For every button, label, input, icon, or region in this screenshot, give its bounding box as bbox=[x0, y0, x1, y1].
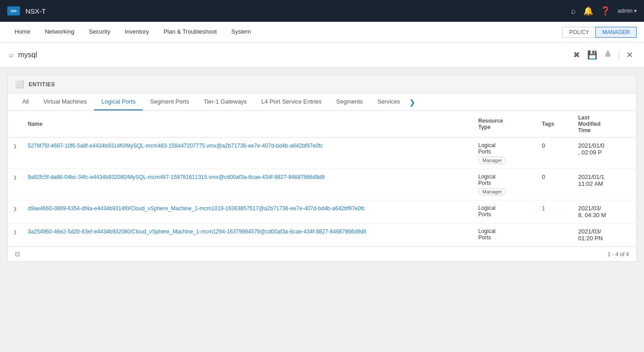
top-bar-left: vm NSX-T bbox=[7, 6, 46, 15]
row1-modified: 2021/01/0, 02:09 P bbox=[573, 138, 636, 169]
row4-expand-btn[interactable]: ❯ bbox=[13, 229, 17, 234]
col-expand-header bbox=[8, 111, 22, 138]
layout-toggle-icon[interactable]: ⊡ bbox=[15, 251, 20, 258]
bell-icon[interactable]: 🔔 bbox=[583, 6, 593, 16]
row2-expand-btn[interactable]: ❯ bbox=[13, 175, 17, 180]
table-footer: ⊡ 1 - 4 of 4 bbox=[8, 247, 636, 261]
row2-name-link[interactable]: 9a92fc5f-da86-04bc-34fc-e4434b932080/MyS… bbox=[28, 174, 325, 180]
vm-logo: vm bbox=[7, 6, 20, 15]
row2-manager-badge: Manager bbox=[478, 188, 506, 195]
tab-services[interactable]: Services bbox=[370, 94, 407, 110]
tab-all[interactable]: All bbox=[15, 94, 36, 110]
row4-tags bbox=[536, 223, 573, 247]
close-search-button[interactable]: ✕ bbox=[624, 48, 635, 62]
col-modified-header: LastModifiedTime bbox=[573, 111, 636, 138]
table-row: ❯ 3a254960-46e2-5d20-83ef-e4434b932080/C… bbox=[8, 223, 636, 247]
results-table: Name ResourceType Tags LastModifiedTime … bbox=[8, 111, 636, 247]
row1-manager-badge: Manager bbox=[478, 157, 506, 164]
app-title: NSX-T bbox=[25, 7, 46, 15]
row1-tags: 0 bbox=[536, 138, 573, 169]
row1-expand-btn[interactable]: ❯ bbox=[13, 144, 17, 149]
tab-segments[interactable]: Segments bbox=[329, 94, 370, 110]
table-row: ❯ d9ae4660-0889-6354-df4a-e4434b9314f0/C… bbox=[8, 200, 636, 223]
tab-l4-port-service-entries[interactable]: L4 Port Service Entries bbox=[254, 94, 329, 110]
user-info[interactable]: admin ▾ bbox=[618, 8, 637, 14]
tab-tier1-gateways[interactable]: Tier-1 Gateways bbox=[196, 94, 254, 110]
row3-modified: 2021/03/8, 04:30 M bbox=[573, 200, 636, 223]
top-bar: vm NSX-T ⌕ 🔔 ❓ admin ▾ bbox=[0, 0, 644, 22]
save-search-button[interactable]: 💾 bbox=[585, 48, 599, 62]
row4-name-link[interactable]: 3a254960-46e2-5d20-83ef-e4434b932080/Clo… bbox=[28, 228, 366, 235]
filter-search-button[interactable]: ≙ bbox=[603, 48, 613, 62]
manager-mode-button[interactable]: MANAGER bbox=[595, 27, 637, 38]
row1-name-link[interactable]: 5278f75f-4687-10f6-5a8f-e4434b9314f0/MyS… bbox=[28, 143, 323, 149]
nav-bar: Home Networking Security Inventory Plan … bbox=[0, 22, 644, 43]
row3-expand-btn[interactable]: ❯ bbox=[13, 206, 17, 211]
nav-security[interactable]: Security bbox=[82, 22, 118, 42]
clear-search-button[interactable]: ✖ bbox=[571, 48, 582, 62]
results-table-wrap: Name ResourceType Tags LastModifiedTime … bbox=[8, 111, 636, 247]
search-actions: ✖ 💾 ≙ ✕ bbox=[571, 48, 635, 62]
entities-label: ENTITIES bbox=[29, 81, 55, 88]
search-bar-icon: ⌕ bbox=[9, 51, 14, 59]
main-content: ⬜ ENTITIES All Virtual Machines Logical … bbox=[7, 75, 637, 262]
row3-tags: 1 bbox=[536, 200, 573, 223]
row3-resource-type: LogicalPorts bbox=[478, 205, 531, 218]
top-bar-right: ⌕ 🔔 ❓ admin ▾ bbox=[571, 6, 637, 16]
col-name-header: Name bbox=[22, 111, 473, 138]
tab-more-icon[interactable]: ❯ bbox=[407, 94, 417, 110]
col-resource-header: ResourceType bbox=[473, 111, 536, 138]
col-tags-header: Tags bbox=[536, 111, 573, 138]
entities-cube-icon: ⬜ bbox=[15, 80, 24, 89]
nav-networking[interactable]: Networking bbox=[38, 22, 82, 42]
table-row: ❯ 5278f75f-4687-10f6-5a8f-e4434b9314f0/M… bbox=[8, 138, 636, 169]
row4-resource-type: LogicalPorts bbox=[478, 228, 531, 241]
tab-virtual-machines[interactable]: Virtual Machines bbox=[36, 94, 94, 110]
entities-header: ⬜ ENTITIES bbox=[8, 75, 636, 94]
help-icon[interactable]: ❓ bbox=[600, 6, 610, 16]
row3-name-link[interactable]: d9ae4660-0889-6354-df4a-e4434b9314f0/Clo… bbox=[28, 205, 365, 212]
search-bar: ⌕ ✖ 💾 ≙ ✕ bbox=[0, 43, 644, 68]
row1-resource-type: LogicalPorts bbox=[478, 142, 531, 155]
nav-system[interactable]: System bbox=[224, 22, 258, 42]
tab-logical-ports[interactable]: Logical Ports bbox=[94, 94, 143, 110]
row2-tags: 0 bbox=[536, 169, 573, 200]
nav-home[interactable]: Home bbox=[7, 22, 38, 42]
search-input[interactable] bbox=[18, 51, 567, 59]
search-icon[interactable]: ⌕ bbox=[571, 6, 576, 16]
policy-mode-button[interactable]: POLICY bbox=[562, 27, 595, 38]
table-row: ❯ 9a92fc5f-da86-04bc-34fc-e4434b932080/M… bbox=[8, 169, 636, 200]
row2-resource-type: LogicalPorts bbox=[478, 174, 531, 186]
tab-bar: All Virtual Machines Logical Ports Segme… bbox=[8, 94, 636, 111]
pagination-info: 1 - 4 of 4 bbox=[608, 251, 629, 258]
search-divider bbox=[619, 50, 619, 59]
tab-segment-ports[interactable]: Segment Ports bbox=[143, 94, 196, 110]
nav-links: Home Networking Security Inventory Plan … bbox=[7, 22, 258, 42]
nav-inventory[interactable]: Inventory bbox=[118, 22, 156, 42]
row4-modified: 2021/03/01:20 PN bbox=[573, 223, 636, 247]
nav-plan-troubleshoot[interactable]: Plan & Troubleshoot bbox=[156, 22, 224, 42]
row2-modified: 2021/01/111:02 AM bbox=[573, 169, 636, 200]
mode-switcher: POLICY MANAGER bbox=[562, 27, 637, 38]
